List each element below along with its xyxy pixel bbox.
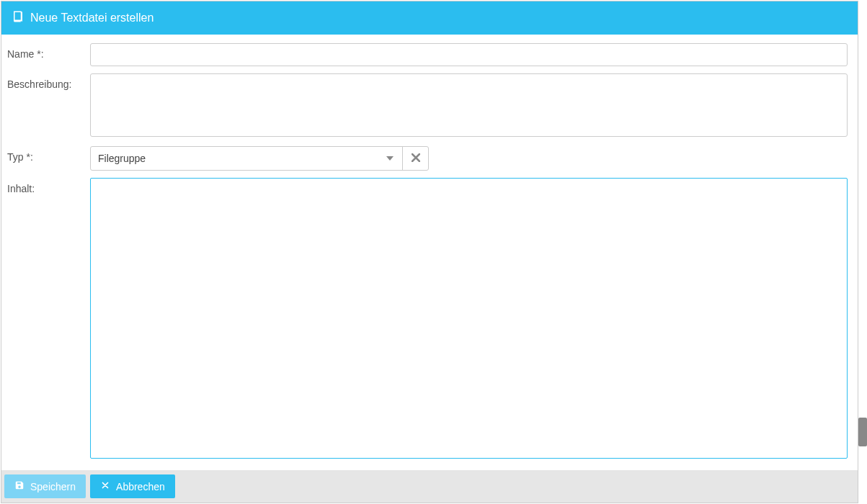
caret-down-icon [386, 153, 394, 164]
save-button-label: Speichern [30, 481, 76, 492]
form-body: Name *: Beschreibung: Typ *: Filegruppe [1, 35, 858, 470]
row-content: Inhalt: [7, 178, 848, 461]
footer-toolbar: Speichern Abbrechen [1, 470, 858, 503]
cancel-button-label: Abbrechen [116, 481, 165, 492]
row-name: Name *: [7, 43, 848, 66]
scrollbar-thumb[interactable] [858, 418, 867, 446]
label-content: Inhalt: [7, 178, 90, 194]
row-description: Beschreibung: [7, 73, 848, 139]
row-type: Typ *: Filegruppe [7, 146, 848, 171]
dialog-header: Neue Textdatei erstellen [1, 1, 858, 35]
save-button[interactable]: Speichern [4, 474, 86, 498]
content-input[interactable] [90, 178, 848, 459]
label-description: Beschreibung: [7, 73, 90, 90]
dialog-title: Neue Textdatei erstellen [30, 12, 154, 24]
type-select-clear[interactable] [402, 147, 428, 170]
name-input[interactable] [90, 43, 848, 66]
cancel-icon [100, 480, 110, 492]
description-input[interactable] [90, 73, 848, 137]
label-name: Name *: [7, 43, 90, 60]
book-icon [12, 10, 25, 26]
type-select-value: Filegruppe [91, 153, 376, 164]
save-icon [14, 480, 25, 492]
close-icon [412, 153, 420, 164]
type-select-caret[interactable] [376, 147, 402, 170]
cancel-button[interactable]: Abbrechen [90, 474, 175, 498]
type-select[interactable]: Filegruppe [90, 146, 429, 171]
label-type: Typ *: [7, 146, 90, 163]
